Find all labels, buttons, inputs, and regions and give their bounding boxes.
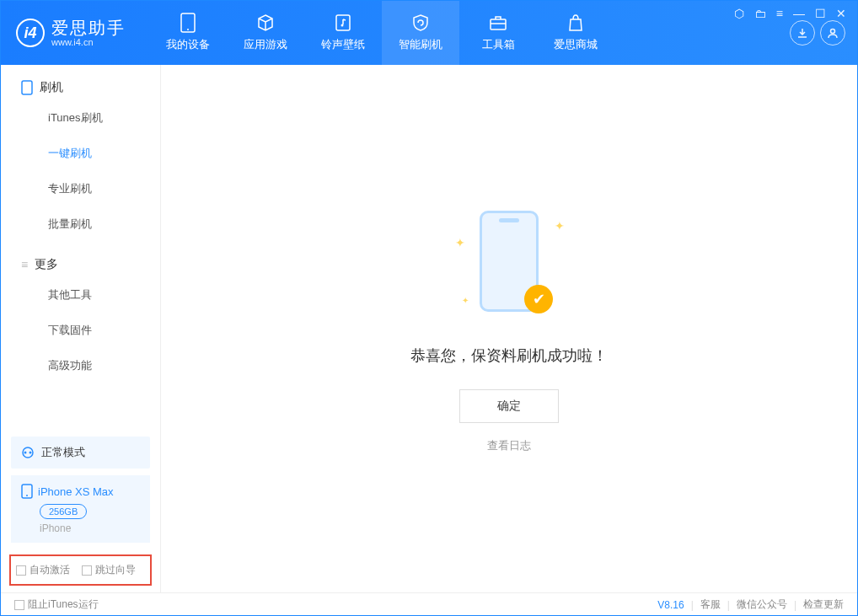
nav-apps-games[interactable]: 应用游戏 xyxy=(227,1,304,65)
device-type: iPhone xyxy=(40,522,140,534)
device-icon xyxy=(179,13,197,32)
sidebar-item-pro-flash[interactable]: 专业刷机 xyxy=(1,171,160,206)
check-update-link[interactable]: 检查更新 xyxy=(803,597,844,612)
nav-my-device[interactable]: 我的设备 xyxy=(149,1,227,65)
sidebar-item-itunes-flash[interactable]: iTunes刷机 xyxy=(1,100,160,136)
music-file-icon xyxy=(334,13,352,32)
list-icon: ≡ xyxy=(21,258,28,271)
svg-point-6 xyxy=(831,29,835,34)
wechat-link[interactable]: 微信公众号 xyxy=(737,597,787,612)
toolbox-icon xyxy=(489,13,507,32)
check-badge-icon: ✔ xyxy=(524,285,553,313)
menu-icon[interactable]: ≡ xyxy=(776,7,783,20)
app-subtitle: www.i4.cn xyxy=(51,37,126,47)
svg-rect-7 xyxy=(22,81,32,94)
sidebar-item-advanced[interactable]: 高级功能 xyxy=(1,348,160,383)
view-log-link[interactable]: 查看日志 xyxy=(487,438,531,453)
refresh-shield-icon xyxy=(411,13,430,32)
sidebar-item-oneclick-flash[interactable]: 一键刷机 xyxy=(1,136,160,171)
options-row: 自动激活 跳过向导 xyxy=(9,554,152,586)
user-button[interactable] xyxy=(820,20,845,46)
sidebar-section-more: ≡ 更多 xyxy=(1,242,160,277)
cube-icon xyxy=(256,13,275,32)
svg-point-12 xyxy=(26,495,28,496)
success-message: 恭喜您，保资料刷机成功啦！ xyxy=(410,345,608,366)
sidebar-item-other-tools[interactable]: 其他工具 xyxy=(1,277,160,313)
bag-icon xyxy=(566,13,585,32)
top-nav: 我的设备 应用游戏 铃声壁纸 智能刷机 工具箱 爱思商城 xyxy=(149,1,614,65)
confirm-button[interactable]: 确定 xyxy=(459,389,559,423)
mode-icon xyxy=(21,446,35,459)
maximize-button[interactable]: ☐ xyxy=(815,7,826,20)
main-content: ✦ ✦ ✦ ✔ 恭喜您，保资料刷机成功啦！ 确定 查看日志 xyxy=(161,65,857,592)
device-capacity: 256GB xyxy=(40,504,87,519)
device-phone-icon xyxy=(21,484,33,499)
svg-point-3 xyxy=(341,24,344,27)
lock-icon[interactable]: 🗀 xyxy=(754,7,766,20)
nav-smart-flash[interactable]: 智能刷机 xyxy=(382,1,459,65)
window-controls: ⬡ 🗀 ≡ — ☐ ✕ xyxy=(734,7,846,20)
app-title: 爱思助手 xyxy=(51,19,126,37)
checkbox-auto-activate[interactable]: 自动激活 xyxy=(16,563,70,577)
download-button[interactable] xyxy=(790,20,815,46)
svg-point-10 xyxy=(29,452,32,454)
nav-store[interactable]: 爱思商城 xyxy=(537,1,614,65)
shirt-icon[interactable]: ⬡ xyxy=(734,7,744,20)
svg-point-1 xyxy=(187,29,189,30)
phone-icon xyxy=(21,80,33,95)
sidebar-item-batch-flash[interactable]: 批量刷机 xyxy=(1,206,160,242)
nav-toolbox[interactable]: 工具箱 xyxy=(459,1,537,65)
svg-point-9 xyxy=(24,452,27,454)
minimize-button[interactable]: — xyxy=(793,7,805,20)
checkbox-block-itunes[interactable]: 阻止iTunes运行 xyxy=(14,597,99,612)
nav-ringtone-wallpaper[interactable]: 铃声壁纸 xyxy=(304,1,382,65)
footer: 阻止iTunes运行 V8.16 | 客服 | 微信公众号 | 检查更新 xyxy=(1,592,857,616)
success-illustration: ✦ ✦ ✦ ✔ xyxy=(450,204,568,322)
sidebar-item-download-firmware[interactable]: 下载固件 xyxy=(1,313,160,348)
header: i4 爱思助手 www.i4.cn 我的设备 应用游戏 铃声壁纸 智能刷机 工具… xyxy=(1,1,857,65)
close-button[interactable]: ✕ xyxy=(836,7,846,20)
mode-box[interactable]: 正常模式 xyxy=(11,437,150,469)
sidebar-section-flash: 刷机 xyxy=(1,65,160,100)
sidebar: 刷机 iTunes刷机 一键刷机 专业刷机 批量刷机 ≡ 更多 其他工具 下载固… xyxy=(1,65,161,592)
svg-rect-4 xyxy=(491,19,506,29)
logo-icon: i4 xyxy=(16,19,45,47)
logo[interactable]: i4 爱思助手 www.i4.cn xyxy=(16,19,126,47)
support-link[interactable]: 客服 xyxy=(700,597,721,612)
version-label[interactable]: V8.16 xyxy=(657,599,684,611)
checkbox-skip-guide[interactable]: 跳过向导 xyxy=(82,563,136,577)
device-box[interactable]: iPhone XS Max 256GB iPhone xyxy=(11,475,150,543)
